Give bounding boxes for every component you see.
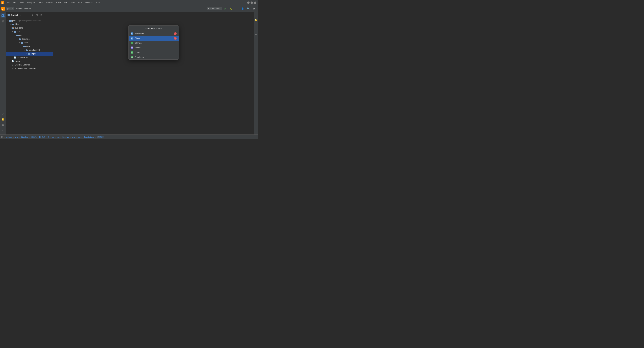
tree-arrow: ▾ [14,34,16,36]
minimize-button[interactable] [247,1,250,4]
status-ittimeline[interactable]: ittimeline [21,136,28,138]
tree-item-object[interactable]: ▸ object [6,52,53,56]
tree-label-java-iml: java.iml [14,60,22,62]
folder-icon [21,41,24,44]
status-ittimeline2[interactable]: ittimeline [62,136,69,138]
dialog-item-annotation[interactable]: @ Annotation [129,55,178,59]
dialog-item-interface[interactable]: I Interface [129,41,178,45]
tree-label-net: net [19,34,22,36]
more-options-button[interactable]: ⋮ [234,6,239,11]
current-file-button[interactable]: Current File ▾ [206,7,222,10]
maximize-button[interactable] [250,1,253,4]
panel-locate-button[interactable]: ◎ [31,13,34,17]
run-button[interactable]: ▶ [223,6,228,11]
menu-help[interactable]: Help [94,1,101,4]
status-java[interactable]: java [15,136,18,138]
tree-item-java-core[interactable]: ▾ java-core [6,26,53,30]
debug-button[interactable]: 🐛 [229,6,234,11]
dialog-item-record[interactable]: R Record [129,45,178,50]
status-java2[interactable]: java [31,136,36,138]
svg-rect-12 [13,27,14,28]
interface-icon: I [131,42,133,44]
tree-label-java-pkg: java [24,41,28,44]
activity-terminal-icon[interactable]: ⊞ [0,122,6,128]
tree-item-foundational[interactable]: ▾ foundational [6,48,53,52]
menu-vcs[interactable]: VCS [77,1,84,4]
folder-icon [26,49,28,51]
tree-label-java-core: java-core [14,27,23,29]
menu-window[interactable]: Window [84,1,94,4]
status-java3[interactable]: java [72,136,75,138]
status-foundational[interactable]: foundational [84,136,94,138]
class-icon: C [131,32,133,35]
activity-notifications-icon[interactable]: 🔔 [0,117,6,122]
panel-collapse-button[interactable]: ⊟ [35,13,38,17]
tree-item-src[interactable]: ▾ src [6,30,53,33]
panel-settings-button[interactable]: ⋯ [44,13,47,17]
svg-rect-5 [3,14,4,15]
right-database-icon[interactable]: 🗃 [255,28,258,41]
activity-services-icon[interactable]: ▷ [0,111,6,116]
dialog-item-helloworld[interactable]: C HelloWorld 1 [129,31,178,36]
tree-item-java-root[interactable]: ▾ java D:\projects\java\ittimeline\java [6,19,53,22]
dialog-title: New Java Class [129,26,178,31]
right-notifications-icon[interactable]: 🔔 [255,13,258,26]
activity-more-icon[interactable]: ⋯ [0,24,6,29]
account-button[interactable]: 👤 [240,6,245,11]
project-panel: Project ▾ ◎ ⊟ ✕ ⋯ — ▾ java D:\projects\j… [6,12,53,135]
panel-hide-button[interactable]: — [48,13,52,17]
panel-title: Project [11,14,19,16]
svg-text:J: J [2,2,3,4]
record-icon: R [131,46,133,49]
project-selector[interactable]: java ▾ [6,7,14,10]
activity-project-icon[interactable] [0,13,6,18]
activity-problems-icon[interactable]: ⚠ [0,128,6,133]
status-sep: › [19,136,20,138]
settings-button[interactable]: ⚙ [252,6,256,11]
menu-view[interactable]: View [18,1,25,4]
tree-item-java-pkg[interactable]: ▾ java [6,41,53,44]
status-projects[interactable]: projects [6,136,12,138]
tree-item-scratches[interactable]: ≡ Scratches and Consoles [6,67,53,70]
status-object[interactable]: object [97,136,104,138]
menu-run[interactable]: Run [62,1,69,4]
status-core[interactable]: core [78,136,82,138]
panel-close-button[interactable]: ✕ [40,13,43,17]
folder-icon [23,45,26,48]
dialog-item-class[interactable]: C Class 2 [129,36,178,41]
svg-point-9 [4,22,4,22]
status-net[interactable]: net [57,136,59,138]
menu-edit[interactable]: Edit [12,1,18,4]
folder-icon [8,14,10,16]
menu-code[interactable]: Code [36,1,44,4]
project-dropdown-icon: ▾ [12,8,12,9]
menu-refactor[interactable]: Refactor [44,1,54,4]
menu-tools[interactable]: Tools [69,1,76,4]
menu-navigate[interactable]: Navigate [26,1,36,4]
svg-rect-4 [2,14,3,16]
svg-text:J: J [2,7,3,10]
activity-structure-icon[interactable] [0,19,6,24]
tree-arrow: ▾ [7,19,9,22]
status-java-core[interactable]: java-core [39,136,49,138]
version-control-button[interactable]: Version control ▾ [15,7,32,10]
status-src[interactable]: src [52,136,54,138]
search-everywhere-button[interactable]: 🔍 [246,6,250,11]
svg-line-11 [3,21,4,22]
menu-build[interactable]: Build [55,1,62,4]
tree-item-ittimeline[interactable]: ▾ ittimeline [6,37,53,41]
tree-label-scratches: Scratches and Consoles [14,67,36,70]
status-sep: › [38,136,38,138]
tree-item-java-iml[interactable]: 📄 java.iml [6,59,53,63]
folder-icon [28,52,30,55]
tree-item-java-core-iml[interactable]: 📄 java-core.iml [6,56,53,59]
menu-file[interactable]: File [5,1,11,4]
current-file-label: Current File [208,7,219,10]
tree-item-external-libraries[interactable]: ▸ 🗄 External Libraries [6,63,53,67]
tree-container: ▾ java D:\projects\java\ittimeline\java … [6,18,53,135]
dialog-item-enum[interactable]: E Enum [129,50,178,55]
tree-item-net[interactable]: ▾ net [6,33,53,37]
tree-item-core[interactable]: ▾ core [6,44,53,48]
close-button[interactable] [254,1,256,4]
tree-item-idea[interactable]: ▸ .idea [6,22,53,26]
